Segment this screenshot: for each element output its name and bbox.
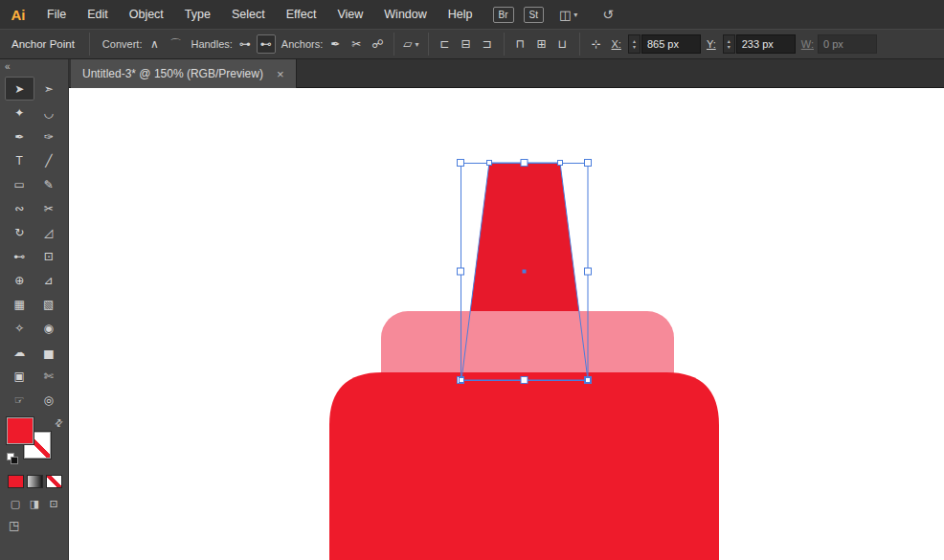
zoom-tool[interactable]: ◎ [34, 388, 64, 412]
scissors-tool[interactable]: ✂ [34, 196, 64, 220]
anchor-bottom-right [586, 378, 591, 383]
slice-tool[interactable]: ✄ [34, 364, 64, 388]
type-tool[interactable]: T [5, 148, 34, 172]
perspective-grid-tool[interactable]: ⊿ [34, 268, 64, 292]
anchors-label: Anchors: [281, 38, 323, 50]
align-vertical-group: ⊓⊞⊔ [511, 34, 573, 54]
reference-point-icon: ⊹ [587, 34, 606, 54]
y-input[interactable]: 233 px [736, 34, 796, 54]
handles-label: Handles: [191, 38, 232, 50]
handle-top-mid [521, 160, 528, 167]
menu-effect[interactable]: Effect [276, 0, 327, 29]
cut-path-button[interactable]: ✒ [326, 34, 345, 54]
symbol-sprayer-tool[interactable]: ☁ [5, 340, 34, 364]
menu-edit[interactable]: Edit [77, 0, 119, 29]
collapse-toolbar-button[interactable]: « [0, 59, 68, 75]
w-input: 0 px [818, 34, 877, 54]
bridge-button[interactable]: Br [493, 7, 514, 23]
screen-mode-button[interactable]: ◳ [9, 519, 24, 534]
fill-color-swatch[interactable] [7, 417, 34, 444]
line-segment-tool[interactable]: ╱ [34, 148, 64, 172]
handle-top-left [458, 160, 464, 167]
scale-tool[interactable]: ◿ [34, 220, 64, 244]
magic-wand-tool[interactable]: ✦ [5, 101, 34, 124]
align-bottom-button[interactable]: ⊔ [553, 34, 573, 54]
menu-view[interactable]: View [326, 0, 373, 29]
y-stepper[interactable]: ▴ ▾ [723, 34, 735, 54]
curvature-tool[interactable]: ✑ [34, 124, 64, 148]
align-h-center-button[interactable]: ⊟ [457, 34, 476, 54]
divider [504, 33, 505, 56]
bottle-body-shape[interactable] [329, 372, 719, 560]
shaper-tool[interactable]: ∾ [5, 196, 34, 220]
control-bar: Anchor Point Convert: ∧⌒ Handles: ⊶⊷ Anc… [0, 29, 944, 59]
workspace-icon: ◫ [559, 8, 571, 22]
default-colors-icon[interactable] [7, 453, 20, 466]
free-transform-tool[interactable]: ⊡ [34, 244, 64, 268]
lasso-tool[interactable]: ◡ [34, 101, 64, 124]
shape-builder-tool[interactable]: ⊕ [5, 268, 34, 292]
eyedropper-tool[interactable]: ✧ [5, 316, 34, 340]
draw-inside-button[interactable]: ⊡ [46, 496, 61, 511]
gradient-button[interactable] [27, 475, 43, 488]
show-handles-button[interactable]: ⊶ [236, 34, 255, 54]
menu-help[interactable]: Help [438, 0, 483, 29]
stock-button[interactable]: St [524, 7, 544, 23]
anchors-buttons-group: ✒✂☍ [326, 34, 387, 54]
x-input[interactable]: 865 px [641, 34, 701, 54]
artwork-svg [69, 88, 944, 560]
divider [89, 33, 90, 56]
stepper-down-icon: ▾ [728, 44, 730, 50]
color-button[interactable] [8, 475, 24, 488]
swap-fill-stroke-icon[interactable]: ⇄ [52, 416, 65, 430]
gradient-tool[interactable]: ▧ [34, 292, 64, 316]
handles-buttons-group: ⊶⊷ [236, 34, 276, 54]
width-tool[interactable]: ⊷ [5, 244, 34, 268]
anchor-top-left [487, 161, 492, 166]
artboard-tool[interactable]: ▣ [5, 364, 34, 388]
close-tab-icon[interactable]: × [277, 67, 284, 81]
convert-to-smooth-button[interactable]: ⌒ [166, 34, 185, 54]
workspace-switcher[interactable]: ◫ ▾ [559, 8, 577, 22]
handle-top-right [585, 160, 592, 167]
align-left-button[interactable]: ⊏ [436, 34, 455, 54]
menu-window[interactable]: Window [373, 0, 437, 29]
pen-tool[interactable]: ✒ [5, 124, 34, 148]
rectangle-tool[interactable]: ▭ [5, 172, 34, 196]
menu-type[interactable]: Type [174, 0, 221, 29]
canvas[interactable] [69, 88, 944, 560]
paintbrush-tool[interactable]: ✎ [34, 172, 64, 196]
rotate-tool[interactable]: ↻ [5, 220, 34, 244]
document-tab[interactable]: Untitled-3* @ 150% (RGB/Preview) × [71, 59, 297, 88]
handle-bottom-mid [521, 377, 528, 384]
document-tab-bar: Untitled-3* @ 150% (RGB/Preview) × [0, 59, 944, 88]
y-label: Y: [707, 38, 716, 50]
draw-normal-button[interactable]: ▢ [8, 496, 23, 511]
connect-anchors-button[interactable]: ☍ [368, 34, 387, 54]
none-button[interactable] [46, 475, 62, 488]
hide-handles-button[interactable]: ⊷ [257, 34, 276, 54]
remove-anchor-button[interactable]: ✂ [347, 34, 366, 54]
hand-tool[interactable]: ☞ [5, 388, 34, 412]
shape-icon: ▱ [403, 37, 412, 51]
shape-properties-dropdown[interactable]: ▱ ▾ [403, 37, 418, 51]
direct-selection-tool[interactable]: ➣ [34, 77, 64, 101]
column-graph-tool[interactable]: ▅ [34, 340, 64, 364]
tools-panel: « ➤➣✦◡✒✑T╱▭✎∾✂↻◿⊷⊡⊕⊿▦▧✧◉☁▅▣✄☞◎ ⇄ ▢◨⊡ ◳ [0, 59, 69, 560]
align-top-button[interactable]: ⊓ [511, 34, 530, 54]
menu-list: FileEditObjectTypeSelectEffectViewWindow… [36, 0, 483, 29]
convert-to-corner-button[interactable]: ∧ [145, 34, 164, 54]
align-v-center-button[interactable]: ⊞ [532, 34, 551, 54]
chevron-down-icon: ▾ [573, 11, 577, 19]
align-right-button[interactable]: ⊐ [478, 34, 497, 54]
menu-select[interactable]: Select [221, 0, 276, 29]
selection-tool[interactable]: ➤ [5, 77, 34, 101]
menu-object[interactable]: Object [119, 0, 174, 29]
menu-file[interactable]: File [36, 0, 77, 29]
share-icon[interactable]: ↺ [602, 7, 614, 22]
x-stepper[interactable]: ▴ ▾ [628, 34, 641, 54]
blend-tool[interactable]: ◉ [34, 316, 64, 340]
mesh-tool[interactable]: ▦ [5, 292, 34, 316]
align-horizontal-group: ⊏⊟⊐ [436, 34, 497, 54]
draw-behind-button[interactable]: ◨ [27, 496, 42, 511]
